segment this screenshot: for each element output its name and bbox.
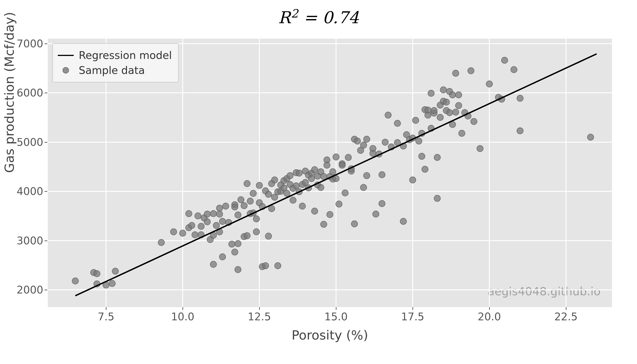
data-point: [363, 172, 370, 179]
data-point: [194, 212, 201, 219]
data-point: [345, 154, 352, 161]
data-point: [228, 241, 235, 248]
y-tick-label: 4000: [2, 185, 43, 198]
x-tick-label: 22.5: [554, 310, 578, 323]
y-tick: [44, 44, 47, 44]
data-point: [416, 138, 422, 144]
data-point: [360, 184, 367, 191]
data-point: [437, 114, 444, 121]
data-point: [250, 190, 256, 197]
data-point: [170, 228, 177, 235]
x-tick-label: 7.5: [98, 310, 114, 323]
data-point: [287, 172, 294, 179]
data-point: [311, 166, 318, 173]
data-point: [452, 109, 459, 116]
data-point: [204, 218, 211, 225]
data-point: [446, 109, 453, 116]
data-point: [109, 280, 116, 287]
data-point: [290, 197, 296, 204]
data-point: [449, 92, 456, 98]
y-tick-label: 7000: [2, 38, 43, 50]
gridline-h: [48, 240, 612, 241]
data-point: [440, 86, 447, 93]
data-point: [72, 278, 79, 284]
data-point: [234, 212, 242, 218]
data-point: [179, 230, 186, 236]
data-point: [587, 134, 594, 140]
data-point: [244, 180, 250, 187]
data-point: [394, 120, 401, 127]
data-point: [424, 107, 431, 114]
gridline-v: [182, 39, 183, 307]
y-tick: [44, 240, 47, 241]
data-point: [188, 222, 195, 229]
data-point: [418, 153, 425, 160]
data-point: [326, 211, 333, 218]
legend-label-sample: Sample data: [79, 64, 145, 76]
legend-dot-icon: [62, 67, 69, 74]
legend-line-icon: [58, 55, 74, 56]
data-point: [360, 142, 367, 148]
data-point: [422, 166, 428, 173]
y-tick: [44, 290, 47, 290]
data-point: [158, 239, 165, 246]
data-point: [510, 66, 517, 73]
data-point: [385, 112, 392, 118]
gridline-v: [412, 39, 413, 307]
x-tick: [182, 307, 183, 310]
data-point: [501, 57, 508, 64]
data-point: [452, 70, 459, 77]
gridline-v: [489, 39, 490, 307]
data-point: [271, 176, 278, 183]
data-point: [311, 208, 318, 214]
x-tick: [489, 307, 490, 310]
data-point: [192, 231, 198, 238]
x-tick-label: 10.0: [171, 310, 194, 323]
gridline-h: [48, 142, 612, 143]
data-point: [470, 118, 477, 125]
data-point: [324, 162, 330, 168]
data-point: [299, 203, 306, 210]
legend-entry-regression: Regression model: [58, 48, 172, 63]
watermark-text: aegis4048.github.io: [488, 285, 600, 298]
data-point: [231, 204, 238, 210]
gridline-h: [48, 191, 612, 192]
y-tick: [44, 92, 47, 93]
x-tick: [412, 307, 413, 310]
data-point: [434, 195, 441, 202]
data-point: [265, 233, 272, 240]
data-point: [434, 154, 441, 161]
x-tick-label: 12.5: [248, 310, 271, 323]
data-point: [443, 99, 450, 106]
data-point: [244, 232, 250, 239]
legend-entry-sample: Sample data: [58, 63, 172, 78]
data-point: [234, 240, 242, 247]
data-point: [210, 210, 217, 217]
x-tick-label: 20.0: [478, 310, 501, 323]
data-point: [455, 92, 462, 98]
data-point: [241, 202, 248, 209]
y-tick: [44, 191, 47, 192]
data-point: [400, 218, 407, 225]
r2-value: 0.74: [322, 8, 359, 27]
data-point: [253, 228, 260, 235]
data-point: [265, 191, 272, 198]
data-point: [186, 210, 192, 217]
data-point: [210, 261, 217, 268]
data-point: [317, 184, 324, 191]
data-point: [342, 190, 348, 196]
data-point: [332, 154, 340, 160]
gridline-h: [48, 290, 612, 290]
data-point: [468, 67, 474, 74]
y-tick-label: 2000: [2, 284, 43, 296]
data-point: [428, 90, 434, 97]
scatter-figure: R2 = 0.74 Gas production (Mcf/day) Poros…: [0, 0, 637, 364]
x-tick-label: 17.5: [401, 310, 424, 323]
x-axis-label: Porosity (%): [0, 328, 637, 342]
legend: Regression model Sample data: [52, 43, 178, 82]
y-tick-label: 5000: [2, 136, 43, 148]
data-point: [253, 216, 260, 222]
data-point: [94, 270, 100, 277]
data-point: [378, 200, 386, 207]
chart-title: R2 = 0.74: [0, 7, 637, 27]
